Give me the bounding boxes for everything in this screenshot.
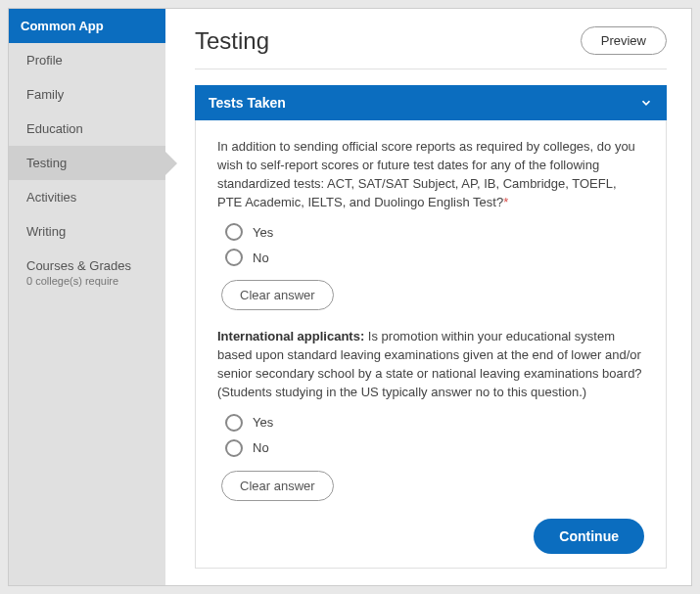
sidebar-item-activities[interactable]: Activities — [9, 180, 165, 214]
clear-answer-button[interactable]: Clear answer — [221, 280, 334, 310]
sidebar-item-writing[interactable]: Writing — [9, 214, 165, 249]
preview-button[interactable]: Preview — [581, 26, 667, 55]
sidebar-item-label: Testing — [26, 156, 67, 170]
radio-label: No — [253, 251, 269, 265]
main-header: Testing Preview — [195, 26, 667, 69]
question-bold-prefix: International applicants: — [217, 329, 364, 343]
sidebar-item-label: Courses & Grades — [26, 258, 131, 273]
radio-label: Yes — [253, 225, 273, 240]
radio-option-no[interactable]: No — [217, 249, 644, 266]
sidebar-item-subtext: 0 college(s) require — [26, 275, 148, 287]
clear-answer-button[interactable]: Clear answer — [221, 471, 334, 501]
sidebar-item-testing[interactable]: Testing — [9, 146, 165, 180]
question-text: In addition to sending official score re… — [217, 138, 644, 211]
section-title: Tests Taken — [209, 95, 286, 111]
radio-label: Yes — [253, 415, 273, 430]
question-text: International applicants: Is promotion w… — [217, 328, 644, 401]
sidebar-item-label: Activities — [26, 190, 76, 205]
app-container: Common App Profile Family Education Test… — [8, 8, 692, 586]
sidebar-item-label: Writing — [26, 224, 66, 239]
question-international: International applicants: Is promotion w… — [217, 328, 644, 500]
sidebar-item-label: Family — [26, 87, 64, 102]
continue-row: Continue — [217, 519, 644, 554]
sidebar: Common App Profile Family Education Test… — [9, 9, 165, 585]
page-title: Testing — [195, 27, 269, 55]
question-self-report: In addition to sending official score re… — [217, 138, 644, 310]
continue-button[interactable]: Continue — [534, 519, 644, 554]
radio-option-yes[interactable]: Yes — [217, 223, 644, 241]
radio-icon — [225, 249, 243, 266]
section-header-tests-taken[interactable]: Tests Taken — [195, 85, 667, 120]
main-content: Testing Preview Tests Taken In addition … — [165, 9, 691, 585]
sidebar-item-family[interactable]: Family — [9, 77, 165, 112]
radio-label: No — [253, 440, 269, 455]
sidebar-header: Common App — [9, 9, 165, 43]
radio-icon — [225, 223, 243, 241]
sidebar-item-profile[interactable]: Profile — [9, 43, 165, 77]
section-body: In addition to sending official score re… — [195, 120, 667, 569]
required-asterisk: * — [503, 195, 508, 209]
sidebar-item-education[interactable]: Education — [9, 112, 165, 146]
radio-icon — [225, 414, 243, 432]
chevron-down-icon — [639, 96, 653, 110]
radio-icon — [225, 439, 243, 457]
question-text-content: In addition to sending official score re… — [217, 139, 635, 209]
radio-option-yes[interactable]: Yes — [217, 414, 644, 432]
sidebar-item-label: Profile — [26, 53, 63, 68]
sidebar-item-label: Education — [26, 121, 83, 136]
sidebar-item-courses-grades[interactable]: Courses & Grades 0 college(s) require — [9, 249, 165, 297]
radio-option-no[interactable]: No — [217, 439, 644, 457]
